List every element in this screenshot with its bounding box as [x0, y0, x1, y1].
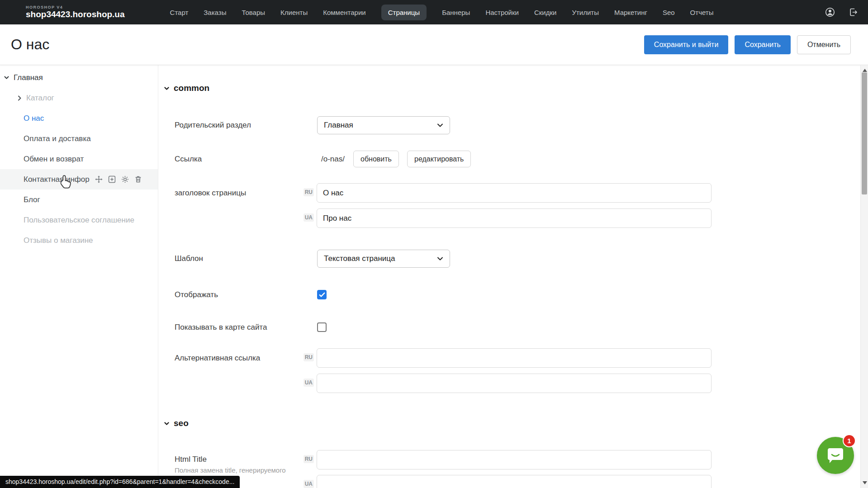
html-title-ua-input[interactable] — [317, 475, 711, 488]
tree-item-label: Контактная инфор — [24, 175, 90, 184]
lang-ru-badge: RU — [298, 354, 314, 360]
tree-item-label: Главная — [14, 73, 43, 82]
tree-item-user-agreement[interactable]: Пользовательское соглашение — [0, 210, 158, 230]
html-title-hint: Полная замена title, генерируемого — [175, 466, 286, 474]
chevron-down-icon — [437, 256, 443, 261]
page-title: О нас — [11, 36, 49, 53]
tree-item-catalog[interactable]: Каталог — [0, 88, 158, 108]
topbar: HOROSHOP V4 shop34423.horoshop.ua Старт … — [0, 0, 868, 24]
section-common[interactable]: common — [164, 83, 209, 93]
lang-ru-badge: RU — [298, 456, 314, 462]
lang-ru-badge: RU — [298, 189, 314, 195]
nav-utilities[interactable]: Утилиты — [572, 9, 599, 16]
tree-item-blog[interactable]: Блог — [0, 190, 158, 210]
page-title-field-label: заголовок страницы — [175, 183, 246, 203]
tree-item-label: Оплата и доставка — [24, 134, 91, 143]
chevron-down-icon[interactable] — [4, 75, 9, 81]
tree-item-label: Каталог — [26, 94, 54, 103]
brand-logo[interactable]: HOROSHOP V4 shop34423.horoshop.ua — [26, 5, 125, 19]
chevron-down-icon — [164, 421, 170, 426]
alt-link-ua-input[interactable] — [317, 374, 711, 393]
nav-discounts[interactable]: Скидки — [534, 9, 556, 16]
nav-seo[interactable]: Seo — [663, 9, 675, 16]
nav-banners[interactable]: Баннеры — [442, 9, 470, 16]
tree-item-label: Обмен и возврат — [24, 155, 84, 164]
template-select[interactable]: Текстовая страница — [317, 250, 450, 268]
delete-trash-icon[interactable] — [134, 175, 142, 183]
nav-reports[interactable]: Отчеты — [690, 9, 714, 16]
nav-pages[interactable]: Страницы — [381, 5, 427, 20]
link-edit-button[interactable]: редактировать — [407, 151, 471, 167]
pages-tree-sidebar: Главная Каталог О нас Оплата и доставка … — [0, 65, 158, 488]
scrollbar-thumb[interactable] — [862, 72, 867, 194]
check-icon — [319, 292, 325, 298]
main-nav: Старт Заказы Товары Клиенты Комментарии … — [170, 5, 714, 20]
chevron-right-icon[interactable] — [17, 95, 22, 101]
page-title-ru-input[interactable] — [317, 183, 711, 203]
lang-ua-badge: UA — [298, 379, 314, 386]
nav-clients[interactable]: Клиенты — [280, 9, 308, 16]
sitemap-label: Показывать в карте сайта — [175, 322, 267, 332]
template-label: Шаблон — [175, 250, 203, 268]
nav-settings[interactable]: Настройки — [485, 9, 519, 16]
section-common-label: common — [174, 83, 209, 93]
add-icon[interactable] — [108, 175, 116, 183]
alt-link-label: Альтернативная ссылка — [175, 353, 260, 363]
display-label: Отображать — [175, 290, 218, 299]
topbar-icons — [825, 7, 858, 18]
html-title-ru-input[interactable] — [317, 450, 711, 469]
brand-domain: shop34423.horoshop.ua — [26, 10, 125, 19]
parent-section-value: Главная — [324, 121, 353, 130]
nav-start[interactable]: Старт — [170, 9, 189, 16]
tree-item-about[interactable]: О нас — [0, 108, 158, 128]
html-title-label: Html Title — [175, 455, 207, 464]
tree-item-payment-delivery[interactable]: Оплата и доставка — [0, 128, 158, 149]
move-icon[interactable] — [95, 175, 103, 183]
tree-item-label: Отзывы о магазине — [24, 236, 93, 245]
lang-ua-badge: UA — [298, 214, 314, 221]
chevron-down-icon — [164, 85, 170, 91]
alt-link-ru-input[interactable] — [317, 348, 711, 368]
parent-section-label: Родительский раздел — [175, 116, 251, 134]
page-edit-form: common Родительский раздел Главная Ссылк… — [158, 65, 860, 488]
tree-item-label: Блог — [24, 195, 40, 204]
link-path-value: /o-nas/ — [321, 151, 345, 167]
nav-comments[interactable]: Комментарии — [323, 9, 365, 16]
lang-ua-badge: UA — [298, 481, 314, 487]
save-and-exit-button[interactable]: Сохранить и выйти — [644, 35, 729, 54]
settings-gear-icon[interactable] — [121, 175, 129, 183]
account-icon[interactable] — [825, 7, 835, 18]
parent-section-select[interactable]: Главная — [317, 116, 450, 134]
scroll-up-arrow-icon[interactable] — [863, 69, 867, 72]
tree-item-contact-info[interactable]: Контактная инфор — [0, 169, 158, 190]
nav-products[interactable]: Товары — [242, 9, 265, 16]
chat-unread-badge: 1 — [843, 434, 856, 447]
save-button[interactable]: Сохранить — [735, 35, 791, 54]
link-label: Ссылка — [175, 151, 202, 167]
tree-item-label: Пользовательское соглашение — [24, 216, 134, 225]
nav-marketing[interactable]: Маркетинг — [614, 9, 647, 16]
header-buttons: Сохранить и выйти Сохранить Отменить — [644, 35, 851, 54]
page: HOROSHOP V4 shop34423.horoshop.ua Старт … — [0, 0, 868, 488]
tree-item-label: О нас — [24, 114, 44, 123]
tree-item-store-reviews[interactable]: Отзывы о магазине — [0, 230, 158, 251]
chat-bubble-icon — [826, 446, 845, 465]
vertical-scrollbar[interactable] — [860, 65, 868, 488]
logout-icon[interactable] — [848, 7, 858, 17]
sitemap-checkbox[interactable] — [317, 322, 327, 332]
link-preview-statusbar: shop34423.horoshop.ua/edit/edit.php?id=6… — [0, 476, 240, 488]
section-seo[interactable]: seo — [164, 418, 189, 428]
page-header: О нас Сохранить и выйти Сохранить Отмени… — [0, 24, 868, 65]
page-title-ua-input[interactable] — [317, 208, 711, 228]
scroll-down-arrow-icon[interactable] — [863, 481, 867, 484]
chat-widget-button[interactable]: 1 — [817, 437, 854, 474]
cancel-button[interactable]: Отменить — [797, 35, 851, 54]
tree-item-home[interactable]: Главная — [0, 67, 158, 88]
chevron-down-icon — [437, 123, 443, 128]
display-checkbox[interactable] — [317, 290, 327, 299]
section-seo-label: seo — [174, 418, 189, 428]
tree-item-exchange-return[interactable]: Обмен и возврат — [0, 149, 158, 169]
nav-orders[interactable]: Заказы — [204, 9, 226, 16]
link-refresh-button[interactable]: обновить — [353, 151, 399, 167]
tree-item-actions — [95, 175, 142, 183]
